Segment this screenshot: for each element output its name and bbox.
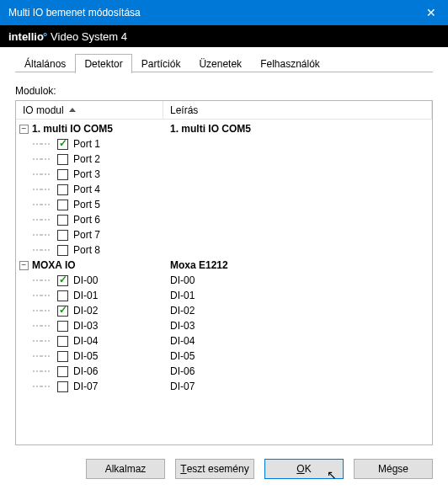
tree-connector-icon: ⋯⋯ [32, 290, 56, 301]
checkbox[interactable] [57, 351, 68, 362]
tab-general[interactable]: Általános [15, 54, 75, 73]
checkbox[interactable] [57, 139, 68, 150]
group-desc: Moxa E1212 [167, 259, 429, 271]
tree-connector-icon: ⋯⋯ [32, 350, 56, 362]
tree-item-row[interactable]: ⋯⋯DI-00DI-00 [16, 273, 432, 288]
brand-dot: ° [43, 30, 47, 43]
tree-group-row[interactable]: −MOXA IOMoxa E1212 [16, 258, 432, 273]
tree-item-row[interactable]: ⋯⋯Port 1 [16, 136, 432, 152]
collapse-icon[interactable]: − [19, 125, 29, 134]
checkbox[interactable] [57, 290, 68, 301]
item-label: DI-07 [73, 381, 98, 392]
item-label: Port 8 [73, 244, 100, 256]
brand-name: intellio [8, 30, 44, 43]
item-label: Port 2 [73, 153, 100, 165]
tree-item-row[interactable]: ⋯⋯Port 2 [16, 152, 432, 167]
col-desc[interactable]: Leírás [163, 101, 432, 119]
group-desc: 1. multi IO COM5 [167, 123, 429, 135]
checkbox[interactable] [57, 154, 68, 165]
tree-item-row[interactable]: ⋯⋯Port 5 [16, 197, 432, 212]
tree-item-row[interactable]: ⋯⋯DI-05DI-05 [16, 349, 432, 364]
tree-item-row[interactable]: ⋯⋯Port 8 [16, 242, 432, 258]
tree-connector-icon: ⋯⋯ [32, 229, 56, 241]
item-desc: DI-04 [167, 335, 429, 347]
tree-connector-icon: ⋯⋯ [32, 365, 56, 377]
checkbox[interactable] [57, 381, 68, 392]
tree-item-row[interactable]: ⋯⋯DI-03DI-03 [16, 318, 432, 333]
tree-item-row[interactable]: ⋯⋯DI-02DI-02 [16, 303, 432, 318]
col-io-label: IO modul [23, 104, 64, 116]
item-desc: DI-06 [167, 365, 429, 377]
group-label: 1. multi IO COM5 [32, 123, 113, 135]
item-label: DI-01 [73, 290, 98, 301]
item-label: DI-05 [73, 350, 98, 362]
grid-header: IO modul Leírás [16, 101, 432, 120]
item-label: DI-04 [73, 335, 98, 347]
tree-connector-icon: ⋯⋯ [32, 138, 56, 150]
checkbox[interactable] [57, 306, 68, 317]
titlebar: Multi IO bemenet módosítása ✕ [0, 0, 448, 25]
apply-button[interactable]: Alkalmaz [86, 459, 165, 479]
tree-item-row[interactable]: ⋯⋯DI-06DI-06 [16, 364, 432, 379]
tree-connector-icon: ⋯⋯ [32, 335, 56, 347]
close-icon[interactable]: ✕ [423, 6, 440, 19]
checkbox[interactable] [57, 321, 68, 332]
tree-connector-icon: ⋯⋯ [32, 153, 56, 165]
brand-rest: Video System 4 [51, 30, 127, 43]
item-label: Port 4 [73, 184, 100, 195]
item-label: Port 1 [73, 138, 100, 150]
sort-asc-icon [69, 108, 76, 112]
item-desc: DI-00 [167, 274, 429, 286]
cancel-button[interactable]: Mégse [354, 459, 433, 479]
tab-partitions[interactable]: Partíciók [132, 54, 190, 73]
col-io[interactable]: IO modul [16, 101, 163, 119]
module-grid: IO modul Leírás −1. multi IO COM51. mult… [15, 100, 433, 445]
item-label: Port 5 [73, 199, 100, 210]
item-label: DI-00 [73, 274, 98, 286]
collapse-icon[interactable]: − [19, 261, 29, 270]
tree-item-row[interactable]: ⋯⋯Port 4 [16, 182, 432, 197]
modulok-label: Modulok: [15, 85, 433, 97]
tree: −1. multi IO COM51. multi IO COM5⋯⋯Port … [16, 120, 432, 396]
tree-connector-icon: ⋯⋯ [32, 184, 56, 195]
item-desc: DI-03 [167, 320, 429, 332]
checkbox[interactable] [57, 336, 68, 347]
tree-item-row[interactable]: ⋯⋯Port 7 [16, 227, 432, 242]
tree-item-row[interactable]: ⋯⋯DI-01DI-01 [16, 288, 432, 303]
group-label: MOXA IO [32, 259, 76, 271]
tree-item-row[interactable]: ⋯⋯DI-04DI-04 [16, 333, 432, 349]
checkbox[interactable] [57, 184, 68, 195]
tree-connector-icon: ⋯⋯ [32, 274, 56, 286]
tree-item-row[interactable]: ⋯⋯Port 6 [16, 212, 432, 227]
item-desc: DI-02 [167, 305, 429, 317]
tab-messages[interactable]: Üzenetek [189, 54, 251, 73]
tabs: Általános Detektor Partíciók Üzenetek Fe… [0, 47, 448, 72]
checkbox[interactable] [57, 275, 68, 286]
tree-connector-icon: ⋯⋯ [32, 320, 56, 332]
tree-connector-icon: ⋯⋯ [32, 244, 56, 256]
brand-bar: intellio° Video System 4 [0, 25, 448, 47]
checkbox[interactable] [57, 200, 68, 210]
item-label: DI-02 [73, 305, 98, 317]
test-event-button[interactable]: Teszt esemény [175, 459, 254, 479]
item-desc: DI-05 [167, 350, 429, 362]
checkbox[interactable] [57, 366, 68, 377]
col-desc-label: Leírás [170, 104, 198, 116]
tree-item-row[interactable]: ⋯⋯DI-07DI-07 [16, 379, 432, 394]
tree-item-row[interactable]: ⋯⋯Port 3 [16, 167, 432, 182]
footer: Alkalmaz Teszt esemény OK Mégse [0, 445, 448, 492]
checkbox[interactable] [57, 245, 68, 256]
tab-detector[interactable]: Detektor [75, 54, 131, 73]
ok-button[interactable]: OK [264, 459, 344, 479]
item-desc: DI-07 [167, 381, 429, 392]
item-label: Port 3 [73, 168, 100, 180]
checkbox[interactable] [57, 169, 68, 180]
item-label: DI-03 [73, 320, 98, 332]
checkbox[interactable] [57, 230, 68, 241]
tab-users[interactable]: Felhasználók [251, 54, 329, 73]
window-title: Multi IO bemenet módosítása [8, 7, 141, 19]
item-label: Port 7 [73, 229, 100, 241]
checkbox[interactable] [57, 215, 68, 226]
item-label: Port 6 [73, 214, 100, 226]
tree-group-row[interactable]: −1. multi IO COM51. multi IO COM5 [16, 121, 432, 136]
